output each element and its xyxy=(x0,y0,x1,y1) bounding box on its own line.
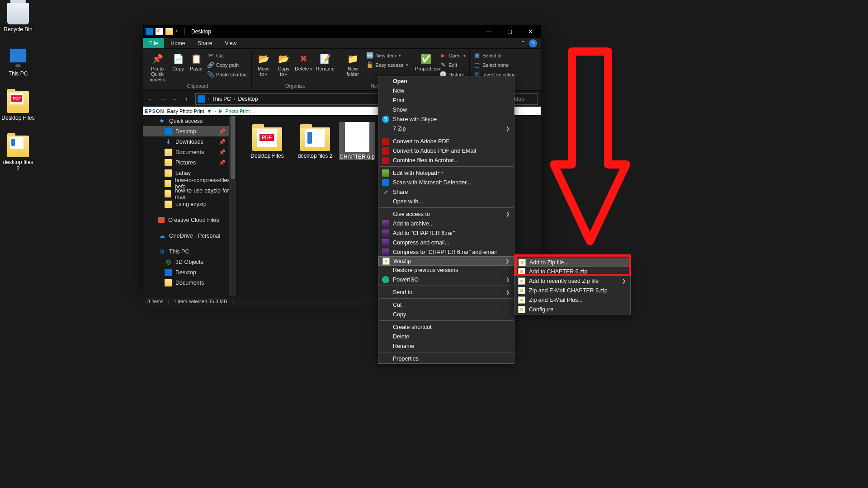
nav-scrollbar[interactable] xyxy=(229,116,236,296)
ctx-share-skype[interactable]: SShare with Skype xyxy=(378,114,514,124)
sub-add-to-chapter6[interactable]: Add to CHAPTER 6.zip xyxy=(514,267,630,276)
photo-print-button[interactable]: Photo Print xyxy=(219,108,250,114)
desktop-icon-desktop-files-2[interactable]: desktop files 2 xyxy=(1,136,35,172)
help-icon[interactable]: ? xyxy=(529,39,537,47)
desktop-icon-this-pc[interactable]: This PC xyxy=(1,47,35,77)
file-item-desktop-files[interactable]: Desktop FIles xyxy=(243,122,291,159)
forward-button[interactable]: → xyxy=(157,93,168,105)
paste-button[interactable]: 📋Paste xyxy=(187,51,205,71)
delete-button[interactable]: ✖Delete▾ xyxy=(293,51,313,71)
recent-dropdown[interactable]: ⌄ xyxy=(169,93,180,105)
nav-this-pc[interactable]: 🖥This PC xyxy=(143,246,236,257)
sub-configure[interactable]: Configure xyxy=(514,305,630,314)
qa-folder-icon[interactable] xyxy=(165,28,173,35)
select-all-button[interactable]: ▦Select all xyxy=(472,51,518,60)
sub-zip-email-plus[interactable]: Zip and E-Mail Plus... xyxy=(514,295,630,305)
rename-button[interactable]: 📝Rename xyxy=(313,51,337,71)
breadcrumb-this-pc[interactable]: This PC xyxy=(212,96,231,102)
group-clipboard-label: Clipboard xyxy=(146,82,250,90)
maximize-button[interactable]: ▢ xyxy=(499,25,520,38)
nav-documents[interactable]: Documents📌 xyxy=(143,147,236,157)
move-to-button[interactable]: 📂Move to▾ xyxy=(254,51,274,77)
ctx-combine-acrobat[interactable]: Combine files in Acrobat... xyxy=(378,155,514,165)
nav-pc-documents[interactable]: Documents xyxy=(143,277,236,288)
navigation-tree[interactable]: ★Quick access Desktop📌 ⬇Downloads📌 Docum… xyxy=(143,116,237,296)
ctx-copy[interactable]: Copy xyxy=(378,310,514,319)
nav-using-ezyzip[interactable]: using ezyzip xyxy=(143,199,236,209)
desktop-icon-recycle-bin[interactable]: Recycle Bin xyxy=(1,3,35,33)
nav-pictures[interactable]: Pictures📌 xyxy=(143,157,236,168)
nav-downloads[interactable]: ⬇Downloads📌 xyxy=(143,136,236,147)
qa-chevron-icon[interactable]: ▾ xyxy=(175,28,180,35)
back-button[interactable]: ← xyxy=(146,93,156,105)
ctx-add-archive[interactable]: Add to archive... xyxy=(378,219,514,228)
properties-button[interactable]: ✅Properties▾ xyxy=(414,51,438,71)
ctx-give-access[interactable]: Give access to❯ xyxy=(378,209,514,219)
context-menu[interactable]: Open New Print Show SShare with Skype 7-… xyxy=(378,76,514,364)
new-item-button[interactable]: 🆕New item▾ xyxy=(364,51,410,60)
ctx-restore-versions[interactable]: Restore previous versions xyxy=(378,265,514,275)
ctx-compress-email[interactable]: Compress and email... xyxy=(378,238,514,247)
nav-how-ezyzip[interactable]: how-to-use-ezyzip-for-maxi xyxy=(143,188,236,199)
nav-quick-access[interactable]: ★Quick access xyxy=(143,116,236,126)
sub-zip-email[interactable]: Zip and E-Mail CHAPTER 6.zip xyxy=(514,286,630,295)
ctx-send-to[interactable]: Send to❯ xyxy=(378,287,514,297)
ribbon-collapse-icon[interactable]: ⌃ xyxy=(519,38,527,48)
minimize-button[interactable]: — xyxy=(478,25,499,38)
ctx-edit-notepadpp[interactable]: Edit with Notepad++ xyxy=(378,168,514,178)
ctx-compress-rar-email[interactable]: Compress to "CHAPTER 6.rar" and email xyxy=(378,247,514,257)
desktop-icon-desktop-files[interactable]: Desktop FIles xyxy=(1,91,35,121)
edit-button[interactable]: ✎Edit xyxy=(438,60,467,70)
easy-access-button[interactable]: 🔓Easy access▾ xyxy=(364,60,410,70)
ctx-properties[interactable]: Properties xyxy=(378,354,514,363)
ctx-delete[interactable]: Delete xyxy=(378,332,514,341)
ctx-print[interactable]: Print xyxy=(378,95,514,105)
file-item-chapter6-selected[interactable]: CHAPTER 6.p xyxy=(339,122,375,160)
select-none-button[interactable]: ▢Select none xyxy=(472,60,518,70)
tab-share[interactable]: Share xyxy=(191,38,218,48)
nav-3d-objects[interactable]: ◍3D Objects xyxy=(143,257,236,267)
cut-button[interactable]: ✂Cut xyxy=(205,51,250,60)
ctx-open-with[interactable]: Open with... xyxy=(378,197,514,206)
nav-onedrive[interactable]: ☁OneDrive - Personal xyxy=(143,230,236,241)
titlebar[interactable]: ▾ Desktop — ▢ ✕ xyxy=(143,25,541,38)
folder-icon xyxy=(7,136,29,157)
ctx-7zip[interactable]: 7-Zip❯ xyxy=(378,124,514,133)
breadcrumb-desktop[interactable]: Desktop xyxy=(238,96,258,102)
ctx-share[interactable]: ↗Share xyxy=(378,187,514,197)
qa-properties-icon[interactable] xyxy=(156,28,163,35)
ctx-create-shortcut[interactable]: Create shortcut xyxy=(378,322,514,332)
paste-shortcut-button[interactable]: 📎Paste shortcut xyxy=(205,70,250,79)
tab-home[interactable]: Home xyxy=(164,38,191,48)
pin-button[interactable]: 📌Pin to Quick access xyxy=(146,51,169,82)
open-button[interactable]: ▶Open▾ xyxy=(438,51,467,60)
copy-path-button[interactable]: 🔗Copy path xyxy=(205,60,250,70)
nav-pc-desktop[interactable]: Desktop xyxy=(143,267,236,277)
ctx-rename[interactable]: Rename xyxy=(378,341,514,351)
copy-button[interactable]: 📄Copy xyxy=(169,51,187,71)
ctx-convert-adobe-pdf[interactable]: Convert to Adobe PDF xyxy=(378,136,514,146)
search-input[interactable]: ktop xyxy=(511,93,538,105)
ctx-poweriso[interactable]: PowerISO❯ xyxy=(378,275,514,284)
tab-file[interactable]: File xyxy=(143,38,164,48)
tab-view[interactable]: View xyxy=(218,38,243,48)
ctx-add-rar[interactable]: Add to "CHAPTER 6.rar" xyxy=(378,228,514,238)
ctx-open[interactable]: Open xyxy=(378,76,514,86)
ctx-convert-adobe-pdf-email[interactable]: Convert to Adobe PDF and EMail xyxy=(378,146,514,155)
ctx-show[interactable]: Show xyxy=(378,105,514,114)
new-folder-button[interactable]: 📁New folder xyxy=(341,51,364,77)
winzip-submenu[interactable]: Add to Zip file... Add to CHAPTER 6.zip … xyxy=(514,258,631,314)
close-button[interactable]: ✕ xyxy=(520,25,541,38)
sub-add-to-zip[interactable]: Add to Zip file... xyxy=(514,258,630,267)
nav-desktop[interactable]: Desktop📌 xyxy=(143,126,236,136)
copy-to-button[interactable]: 📂Copy to▾ xyxy=(274,51,293,77)
nav-creative-cloud[interactable]: Creative Cloud Files xyxy=(143,215,236,225)
up-button[interactable]: ↑ xyxy=(181,93,192,105)
ctx-winzip[interactable]: WinZip❯ xyxy=(378,256,514,266)
ctx-scan-defender[interactable]: Scan with Microsoft Defender... xyxy=(378,178,514,187)
ctx-cut[interactable]: Cut xyxy=(378,300,514,310)
ctx-new[interactable]: New xyxy=(378,86,514,95)
file-item-desktop-files-2[interactable]: desktop files 2 xyxy=(291,122,339,159)
sub-add-recent[interactable]: Add to recently used Zip file❯ xyxy=(514,276,630,286)
epson-dropdown-icon[interactable]: ▼ xyxy=(207,108,212,114)
